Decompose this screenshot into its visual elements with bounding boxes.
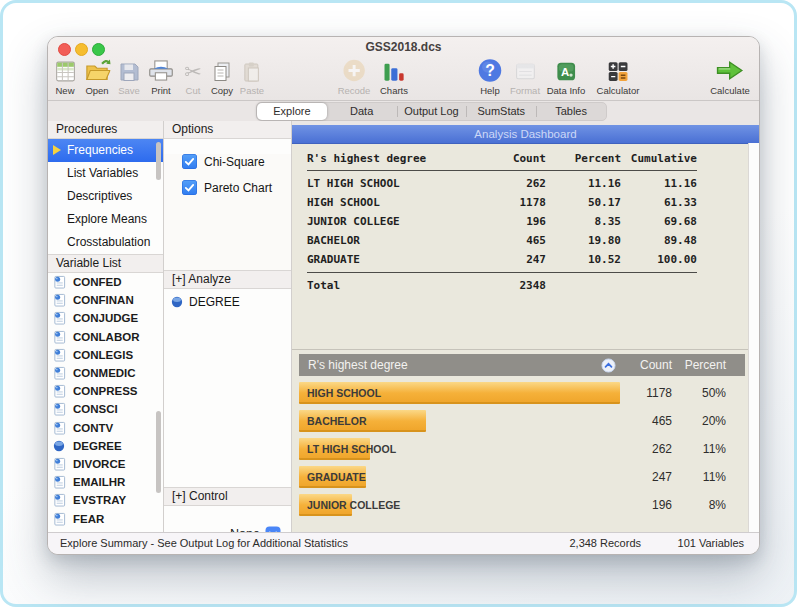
checkbox-pareto-chart[interactable]	[182, 180, 197, 195]
variable-conpress[interactable]: CONPRESS	[48, 382, 163, 400]
dashboard-title: Analysis Dashboard	[292, 125, 759, 144]
table-row: HIGH SCHOOL117850.1761.33	[307, 193, 697, 212]
bar-row-junior-college: JUNIOR COLLEGE1968%	[299, 494, 745, 516]
scissors-icon: ✂	[184, 56, 202, 84]
new-button[interactable]: New	[53, 56, 78, 96]
zoom-button[interactable]	[92, 43, 105, 56]
variables-scrollbar-thumb[interactable]	[156, 411, 161, 493]
table-cell: 10.52	[546, 250, 621, 269]
charts-button[interactable]: Charts	[380, 56, 408, 96]
procedure-crosstabulation[interactable]: Crosstabulation	[48, 231, 163, 254]
variable-conjudge[interactable]: CONJUDGE	[48, 309, 163, 327]
table-cell: LT HIGH SCHOOL	[307, 174, 474, 193]
tab-control: ExploreDataOutput LogSumStatsTables	[256, 102, 607, 121]
table-cell: 247	[474, 250, 546, 269]
data-info-icon: A	[547, 56, 586, 84]
screenshot-frame: GSS2018.dcs NewOpenSavePrint✂CutCopyPast…	[0, 0, 797, 607]
variable-emailhr[interactable]: EMAILHR	[48, 473, 163, 491]
analysis-dashboard: Analysis Dashboard R's highest degreeCou…	[292, 121, 759, 532]
help-button[interactable]: ?Help	[477, 56, 504, 96]
variable-list-header: Variable List	[48, 254, 163, 273]
sort-button[interactable]	[601, 358, 616, 373]
variable-evstray[interactable]: EVSTRAY	[48, 491, 163, 509]
checkbox-chi-square[interactable]	[182, 154, 197, 169]
tab-tables[interactable]: Tables	[536, 103, 606, 120]
title-bar: GSS2018.dcs	[48, 37, 759, 57]
frequency-table: R's highest degreeCountPercentCumulative…	[292, 144, 759, 350]
table-cell: R's highest degree	[307, 151, 474, 167]
save-button: Save	[117, 56, 141, 96]
tab-explore[interactable]: Explore	[257, 103, 327, 120]
procedures-scrollbar-thumb[interactable]	[156, 142, 161, 180]
copy-button[interactable]: Copy	[210, 56, 234, 96]
variable-conlegis[interactable]: CONLEGIS	[48, 346, 163, 364]
status-message: Explore Summary - See Output Log for Add…	[60, 533, 348, 554]
table-cell: Total	[307, 276, 474, 295]
table-row: LT HIGH SCHOOL26211.1611.16	[307, 174, 697, 193]
variable-confinan[interactable]: CONFINAN	[48, 291, 163, 309]
chart-count-column-header: Count	[620, 358, 672, 372]
window-title: GSS2018.dcs	[48, 37, 759, 57]
table-row: GRADUATE24710.52100.00	[307, 250, 697, 269]
procedure-descriptives[interactable]: Descriptives	[48, 185, 163, 208]
pareto-chart: R's highest degree Count Percent HIGH SC…	[292, 349, 759, 532]
bar-count: 465	[620, 414, 672, 428]
minimize-button[interactable]	[75, 43, 88, 56]
table-cell: 89.48	[621, 231, 697, 250]
tab-sumstats[interactable]: SumStats	[466, 103, 536, 120]
toolbar-label: Save	[117, 85, 141, 96]
datainfo-button[interactable]: AData Info	[547, 56, 586, 96]
variable-conmedic[interactable]: CONMEDIC	[48, 364, 163, 382]
variable-doc-icon	[53, 457, 66, 471]
table-cell: Count	[474, 151, 546, 167]
format-window-icon	[510, 56, 540, 84]
main-scrollbar[interactable]	[748, 143, 759, 532]
tab-data[interactable]: Data	[327, 103, 397, 120]
bar-label: JUNIOR COLLEGE	[307, 494, 400, 516]
toolbar-label: Data Info	[547, 85, 586, 96]
variable-divorce[interactable]: DIVORCE	[48, 455, 163, 473]
analyze-header: [+] Analyze	[164, 270, 291, 289]
tab-output-log[interactable]: Output Log	[397, 103, 467, 120]
variable-label: CONFED	[73, 276, 122, 288]
procedure-explore-means[interactable]: Explore Means	[48, 208, 163, 231]
table-row: JUNIOR COLLEGE1968.3569.68	[307, 212, 697, 231]
bar-row-high-school: HIGH SCHOOL117850%	[299, 382, 745, 404]
bar-list: HIGH SCHOOL117850%BACHELOR46520%LT HIGH …	[299, 382, 745, 516]
chevron-up-icon	[601, 358, 616, 373]
check-icon	[183, 155, 196, 168]
chart-header-title: R's highest degree	[299, 358, 601, 372]
bar-chart-icon	[380, 56, 408, 84]
bar-count: 262	[620, 442, 672, 456]
table-cell: 196	[474, 212, 546, 231]
close-button[interactable]	[58, 43, 71, 56]
table-cell	[546, 276, 621, 295]
variable-contv[interactable]: CONTV	[48, 419, 163, 437]
procedure-list-variables[interactable]: List Variables	[48, 162, 163, 185]
procedure-frequencies[interactable]: Frequencies	[48, 139, 163, 162]
table-cell: 465	[474, 231, 546, 250]
variable-label: DEGREE	[73, 440, 122, 452]
control-header: [+] Control	[164, 487, 291, 506]
toolbar-label: Format	[510, 85, 540, 96]
calculator-button[interactable]: Calculator	[597, 56, 640, 96]
variable-fear[interactable]: FEAR	[48, 509, 163, 527]
recode-button: Recode	[338, 56, 371, 96]
toolbar-label: Print	[148, 85, 175, 96]
recode-plus-icon	[338, 56, 371, 84]
print-button[interactable]: Print	[148, 56, 175, 96]
variable-label: CONJUDGE	[73, 312, 138, 324]
toolbar-label: Paste	[240, 85, 264, 96]
open-button[interactable]: Open	[84, 56, 111, 96]
variable-degree[interactable]: DEGREE	[48, 437, 163, 455]
toolbar-label: Copy	[210, 85, 234, 96]
table-cell: Cumulative	[621, 151, 697, 167]
calculate-button[interactable]: Calculate	[710, 56, 750, 96]
variable-label: CONLABOR	[73, 331, 139, 343]
analyze-variable-degree[interactable]: DEGREE	[171, 295, 291, 309]
table-cell: 50.17	[546, 193, 621, 212]
variable-confed[interactable]: CONFED	[48, 273, 163, 291]
variable-conlabor[interactable]: CONLABOR	[48, 328, 163, 346]
variable-doc-icon	[53, 293, 66, 307]
variable-consci[interactable]: CONSCI	[48, 400, 163, 418]
